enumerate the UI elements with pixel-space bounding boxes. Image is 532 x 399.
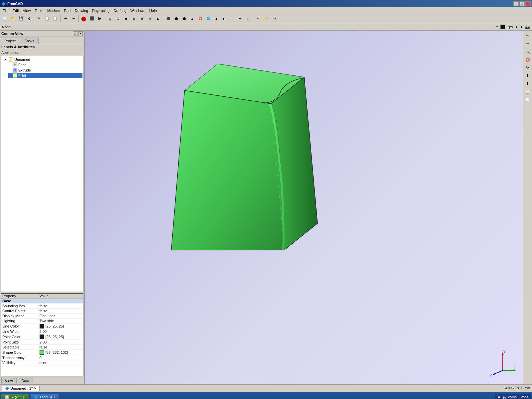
view-front-button[interactable]: ▣ bbox=[122, 15, 130, 22]
combo-float-button[interactable]: □ bbox=[73, 31, 77, 36]
menu-windows[interactable]: Windows bbox=[128, 8, 147, 13]
active-object-label: None bbox=[2, 25, 11, 29]
view-right-button[interactable]: ▩ bbox=[138, 15, 146, 22]
rt-edit-button[interactable]: ✏ bbox=[524, 40, 531, 47]
rt-zoom-button[interactable]: 🔍 bbox=[524, 48, 531, 55]
prop-row-point-size: Point Size 2.00 bbox=[1, 340, 83, 345]
rt-down-button[interactable]: ⬇ bbox=[524, 80, 531, 87]
cut-button[interactable]: ✂ bbox=[36, 15, 43, 22]
torus-button[interactable]: ⭕ bbox=[197, 15, 204, 22]
viewport-tab-label: Unnamed : 1* bbox=[10, 386, 33, 390]
cone-button[interactable]: ▲ bbox=[189, 15, 196, 22]
bottom-tab-view[interactable]: View bbox=[1, 378, 17, 383]
save-button[interactable]: 💾 bbox=[17, 15, 25, 22]
prop-row-point-color: Point Color [25, 25, 25] bbox=[1, 334, 83, 340]
viewport-tab[interactable]: 🔷 Unnamed : 1* ✕ bbox=[2, 386, 40, 391]
prop-row-control-points: Control Points false bbox=[1, 309, 83, 314]
combo-view-header: Combo View □ ✕ bbox=[0, 31, 84, 37]
rt-copy-button[interactable]: 📋 bbox=[524, 88, 531, 95]
statusbar-top: None ✏ 2px ▲ ▼ 📷 bbox=[0, 23, 532, 31]
rt-up-button[interactable]: ⬆ bbox=[524, 72, 531, 79]
tab-tasks[interactable]: Tasks bbox=[21, 38, 39, 44]
tree-item-unnamed[interactable]: ▼ 📁 Unnamed bbox=[4, 57, 82, 62]
rt-pointer-button[interactable]: ↖ bbox=[524, 32, 531, 39]
undo-button[interactable]: ↩ bbox=[62, 15, 69, 22]
extrude-button[interactable]: ⇧ bbox=[244, 15, 252, 22]
viewport-close-button[interactable]: ✕ bbox=[34, 387, 37, 390]
view-top-button[interactable]: ▦ bbox=[130, 15, 138, 22]
menu-edit[interactable]: Edit bbox=[11, 8, 21, 13]
view-fit-button[interactable]: ⊞ bbox=[106, 15, 114, 22]
chamfer-button[interactable]: ✦ bbox=[236, 15, 244, 22]
prop-value-control-points: false bbox=[38, 309, 83, 314]
arrow-button[interactable]: ▶ bbox=[96, 15, 103, 22]
tab-bar: Project Tasks bbox=[0, 37, 84, 44]
rt-orbit-button[interactable]: ⭕ bbox=[524, 56, 531, 63]
prop-row-selectable: Selectable false bbox=[1, 345, 83, 350]
copy-button[interactable]: 📋 bbox=[44, 15, 51, 22]
record-button[interactable]: ⬤ bbox=[80, 15, 87, 22]
menu-help[interactable]: Help bbox=[147, 8, 159, 13]
bottom-tab-data[interactable]: Data bbox=[18, 378, 33, 383]
menu-drafting[interactable]: Drafting bbox=[112, 8, 129, 13]
prop-name-point-color: Point Color bbox=[1, 334, 38, 340]
taskbar-freecad-window[interactable]: 🔷 FreeCAD bbox=[31, 394, 59, 399]
more-button[interactable]: >> bbox=[271, 15, 278, 22]
size-up-icon[interactable]: ▲ bbox=[515, 25, 518, 29]
print-button[interactable]: 🖨 bbox=[25, 15, 33, 22]
toolbar: 📄 📂 💾 🖨 ✂ 📋 📋 ↩ ↪ ⬤ ⬛ ▶ ⊞ ⬡ ▣ ▦ ▩ ▧ ⬕ ⬛ … bbox=[0, 14, 532, 23]
redo-button[interactable]: ↪ bbox=[70, 15, 77, 22]
box-button[interactable]: ⬛ bbox=[165, 15, 172, 22]
tree-item-extrude[interactable]: ⇧ Extrude bbox=[8, 67, 82, 73]
size-down-icon[interactable]: ▼ bbox=[520, 25, 523, 29]
menu-raytracing[interactable]: Raytracing bbox=[90, 8, 112, 13]
tab-project[interactable]: Project bbox=[0, 38, 20, 44]
extrude-icon: ⇧ bbox=[13, 68, 17, 72]
prop-name-control-points: Control Points bbox=[1, 309, 38, 314]
viewport[interactable]: Y X Z bbox=[85, 31, 523, 384]
menu-drawing[interactable]: Drawing bbox=[73, 8, 90, 13]
cylinder-button[interactable]: ⬤ bbox=[173, 15, 180, 22]
prop-row-transparency: Transparency 0 bbox=[1, 355, 83, 360]
start-button[interactable]: 🪟 スタート bbox=[1, 394, 29, 399]
sphere-button[interactable]: ⬤ bbox=[181, 15, 188, 22]
view-home-button[interactable]: ⬡ bbox=[114, 15, 122, 22]
paste-button[interactable]: 📋 bbox=[52, 15, 59, 22]
new-button[interactable]: 📄 bbox=[1, 15, 9, 22]
view-rear-button[interactable]: ⬕ bbox=[154, 15, 162, 22]
menu-tools[interactable]: Tools bbox=[33, 8, 45, 13]
coordinate-axes: Y X Z bbox=[489, 350, 516, 378]
view-left-button[interactable]: ▧ bbox=[146, 15, 154, 22]
viewport-bottom-bar: 🔷 Unnamed : 1* ✕ 24.89 x 19.90 mm bbox=[0, 384, 532, 392]
snapshot-icon[interactable]: 📷 bbox=[525, 25, 530, 29]
maximize-button[interactable]: □ bbox=[519, 1, 525, 6]
titlebar-controls: — □ ✕ bbox=[513, 1, 531, 6]
fillet-button[interactable]: ⌒ bbox=[228, 15, 236, 22]
menu-view[interactable]: View bbox=[21, 8, 33, 13]
open-button[interactable]: 📂 bbox=[9, 15, 17, 22]
draw-style-button[interactable]: ✏ bbox=[255, 15, 262, 22]
line-size-label: 2px bbox=[507, 25, 513, 29]
main-layout: Combo View □ ✕ Project Tasks Labels & At… bbox=[0, 31, 532, 384]
titlebar: 🔷 FreeCAD — □ ✕ bbox=[0, 0, 532, 7]
expand-icon-fillet bbox=[8, 74, 12, 77]
close-button[interactable]: ✕ bbox=[525, 1, 531, 6]
tree-item-face[interactable]: ◻ Face bbox=[8, 62, 82, 67]
stop-button[interactable]: ⬛ bbox=[88, 15, 95, 22]
more-shapes-button[interactable]: 🌐 bbox=[204, 15, 212, 22]
taskbar-window-label: FreeCAD bbox=[40, 395, 55, 399]
prop-value-transparency: 0 bbox=[38, 355, 83, 360]
minimize-button[interactable]: — bbox=[513, 1, 519, 6]
menu-meshes[interactable]: Meshes bbox=[45, 8, 62, 13]
menu-file[interactable]: File bbox=[1, 8, 11, 13]
tree-item-fillet[interactable]: ⌒ Fillet bbox=[8, 73, 82, 78]
measure-button[interactable]: 📐 bbox=[263, 15, 270, 22]
combo-close-button[interactable]: ✕ bbox=[78, 31, 83, 36]
expand-icon-face bbox=[8, 63, 12, 66]
rt-paste-button[interactable]: 📄 bbox=[524, 96, 531, 103]
menu-part[interactable]: Part bbox=[62, 8, 73, 13]
rt-rotate-cw-button[interactable]: ↻ bbox=[524, 64, 531, 71]
boolean-fuse-button[interactable]: ◐ bbox=[220, 15, 228, 22]
boolean-cut-button[interactable]: ◑ bbox=[212, 15, 220, 22]
3d-shape-svg bbox=[151, 51, 337, 277]
